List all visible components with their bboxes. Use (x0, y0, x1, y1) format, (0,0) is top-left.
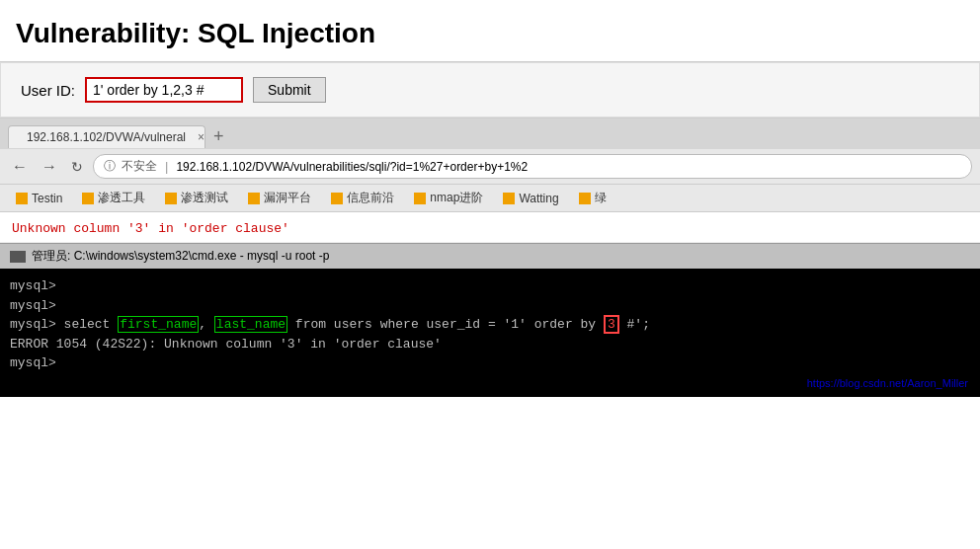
bookmark-folder-icon (579, 193, 591, 204)
userid-label: User ID: (21, 82, 75, 99)
form-section: User ID: Submit (0, 62, 980, 118)
bookmark-vuln-platform[interactable]: 漏洞平台 (240, 188, 319, 208)
insecure-label: 不安全 (122, 158, 157, 175)
bookmark-testin[interactable]: Testin (8, 190, 70, 207)
browser-tab[interactable]: 192.168.1.102/DVWA/vulneral × (8, 125, 205, 148)
bookmark-label: Watting (519, 192, 558, 205)
terminal-title: 管理员: C:\windows\system32\cmd.exe - mysql… (32, 248, 329, 265)
bookmark-folder-icon (503, 193, 515, 204)
bookmark-info[interactable]: 信息前沿 (323, 188, 402, 208)
terminal-line-4: ERROR 1054 (42S22): Unknown column '3' i… (10, 335, 970, 354)
terminal-line-5: mysql> (10, 353, 970, 373)
nav-forward-button[interactable]: → (38, 156, 61, 178)
bookmark-folder-icon (82, 193, 94, 204)
tab-label: 192.168.1.102/DVWA/vulneral (27, 130, 186, 144)
bookmark-folder-icon (248, 193, 260, 204)
bookmark-label: nmap进阶 (430, 190, 483, 206)
terminal-header: 管理员: C:\windows\system32\cmd.exe - mysql… (0, 243, 980, 269)
nav-back-button[interactable]: ← (8, 156, 32, 178)
security-circle-icon: ⓘ (104, 158, 116, 175)
bookmark-folder-icon (16, 193, 28, 204)
terminal-wrapper: 管理员: C:\windows\system32\cmd.exe - mysql… (0, 243, 980, 397)
terminal-line-1: mysql> (10, 276, 970, 296)
new-tab-button[interactable]: + (205, 124, 232, 149)
watermark: https://blog.csdn.net/Aaron_Miller (807, 377, 968, 389)
highlight-first-name: first_name (118, 316, 199, 333)
highlight-number: 3 (604, 315, 619, 334)
bookmark-folder-icon (414, 193, 426, 204)
error-section: Unknown column '3' in 'order clause' (0, 212, 980, 243)
bookmark-nmap[interactable]: nmap进阶 (406, 188, 491, 208)
tab-bar: 192.168.1.102/DVWA/vulneral × + (0, 118, 980, 149)
bookmark-label: 渗透测试 (181, 190, 228, 206)
top-section: Vulnerability: SQL Injection (0, 0, 980, 62)
bookmark-label: 信息前沿 (347, 190, 394, 206)
nav-reload-button[interactable]: ↻ (67, 157, 87, 177)
terminal-icon (10, 251, 26, 263)
userid-input[interactable] (85, 77, 243, 103)
url-text: 192.168.1.102/DVWA/vulnerabilities/sqli/… (176, 160, 528, 174)
bookmark-extra[interactable]: 绿 (571, 188, 614, 208)
bookmark-watting[interactable]: Watting (495, 190, 566, 207)
terminal-line-2: mysql> (10, 296, 970, 316)
bookmark-folder-icon (331, 193, 343, 204)
url-separator: | (165, 159, 168, 174)
bookmarks-bar: Testin 渗透工具 渗透测试 漏洞平台 信息前沿 nmap进阶 Wattin… (0, 184, 980, 211)
bookmark-label: 渗透工具 (98, 190, 145, 206)
bookmark-pentest[interactable]: 渗透测试 (157, 188, 236, 208)
submit-button[interactable]: Submit (253, 77, 326, 103)
tab-close-icon[interactable]: × (198, 130, 204, 144)
address-bar-row: ← → ↻ ⓘ 不安全 | 192.168.1.102/DVWA/vulnera… (0, 149, 980, 184)
bookmark-label: 绿 (595, 190, 607, 206)
page-title: Vulnerability: SQL Injection (16, 18, 964, 49)
terminal-line-3: mysql> select first_name, last_name from… (10, 315, 970, 335)
bookmark-label: Testin (32, 192, 62, 205)
bookmark-pentest-tools[interactable]: 渗透工具 (74, 188, 153, 208)
error-message: Unknown column '3' in 'order clause' (12, 221, 289, 236)
bookmark-folder-icon (165, 193, 177, 204)
highlight-last-name: last_name (214, 316, 287, 333)
address-bar[interactable]: ⓘ 不安全 | 192.168.1.102/DVWA/vulnerabiliti… (93, 154, 972, 179)
bookmark-label: 漏洞平台 (264, 190, 311, 206)
browser-chrome: 192.168.1.102/DVWA/vulneral × + ← → ↻ ⓘ … (0, 118, 980, 212)
